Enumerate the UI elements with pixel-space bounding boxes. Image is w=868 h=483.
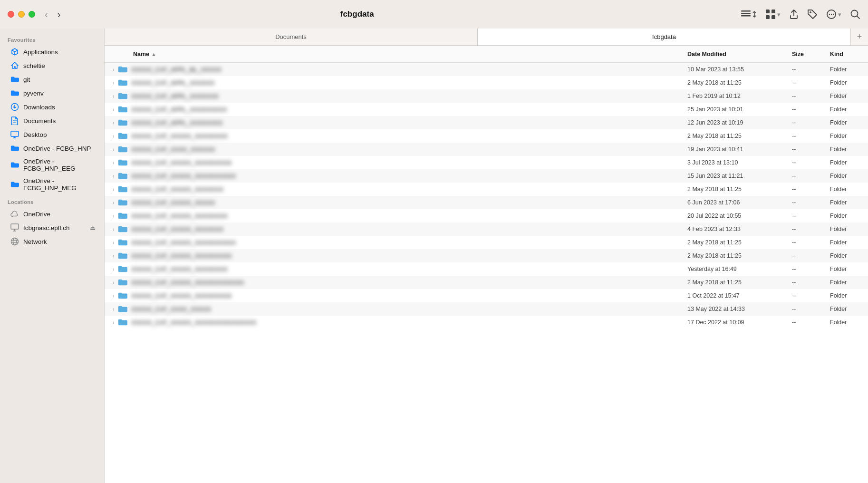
sidebar-item-downloads[interactable]: Downloads	[3, 100, 101, 114]
table-row[interactable]: › XXXXX_CAT_XXXXX_XXXXXXXXXX 2 May 2018 …	[105, 236, 868, 249]
expand-arrow[interactable]: ›	[109, 267, 118, 272]
sidebar-item-documents[interactable]: Documents	[3, 114, 101, 127]
col-size-header[interactable]: Size	[792, 51, 830, 58]
expand-arrow[interactable]: ›	[109, 80, 118, 86]
table-row[interactable]: › XXXXX_CAT_XXXXX_XXXXXXXX 20 Jul 2022 a…	[105, 209, 868, 222]
file-name: XXXXX_CAT_APPL_XXXXXXXXX	[131, 106, 687, 113]
svg-point-22	[11, 238, 19, 245]
sidebar-label-downloads: Downloads	[23, 104, 55, 111]
table-row[interactable]: › XXXXX_CAT_APPL_XXXXXX 2 May 2018 at 11…	[105, 76, 868, 89]
svg-rect-6	[772, 15, 775, 19]
expand-arrow[interactable]: ›	[109, 320, 118, 325]
file-name: XXXXX_CAT_XXXXX_XXXXXXXXX	[131, 252, 687, 260]
table-row[interactable]: › XXXXX_CAT_XXXXX_XXXXXXXX Yesterday at …	[105, 262, 868, 276]
column-tab-fcbgdata[interactable]: fcbgdata	[478, 29, 851, 45]
share-button[interactable]	[789, 9, 799, 19]
table-row[interactable]: › XXXXX_CAT_APPL_XXXXXXXXX 25 Jan 2023 a…	[105, 103, 868, 116]
file-name: XXXXX_CAT_XXXXX_XXXXXXXXXX	[131, 173, 687, 180]
list-view-button[interactable]	[741, 10, 757, 19]
table-row[interactable]: › XXXXX_CAT_XXXXX_XXXXXXX 2 May 2018 at …	[105, 183, 868, 196]
expand-arrow[interactable]: ›	[109, 120, 118, 126]
file-kind: Folder	[830, 279, 868, 286]
sidebar-item-fcbgnasc[interactable]: fcbgnasc.epfl.ch ⏏	[3, 221, 101, 234]
file-name: XXXXX_CAT_APPL_BL_XXXXX	[131, 66, 687, 73]
sidebar-item-onedrive-hnp-eeg[interactable]: OneDrive - FCBG_HNP_EEG	[3, 155, 101, 174]
expand-arrow[interactable]: ›	[109, 134, 118, 139]
expand-arrow[interactable]: ›	[109, 174, 118, 179]
eject-icon[interactable]: ⏏	[90, 224, 96, 232]
table-row[interactable]: › XXXXX_CAT_XXXX_XXXXX 13 May 2022 at 14…	[105, 302, 868, 316]
table-row[interactable]: › XXXXX_CAT_APPL_XXXXXXXX 12 Jun 2023 at…	[105, 116, 868, 129]
file-date: 6 Jun 2023 at 17:06	[687, 199, 792, 206]
folder-icon	[118, 225, 128, 233]
column-tab-documents[interactable]: Documents	[105, 29, 478, 45]
table-row[interactable]: › XXXXX_CAT_XXXXX_XXXXX 6 Jun 2023 at 17…	[105, 196, 868, 209]
expand-arrow[interactable]: ›	[109, 253, 118, 259]
expand-arrow[interactable]: ›	[109, 147, 118, 152]
file-name: XXXXX_CAT_XXXXX_XXXXXXXXXXXX	[131, 279, 687, 286]
table-row[interactable]: › XXXXX_CAT_APPL_BL_XXXXX 10 Mar 2023 at…	[105, 63, 868, 76]
table-row[interactable]: › XXXXX_CAT_XXXXX_XXXXXXXXXXXX 2 May 201…	[105, 276, 868, 289]
table-row[interactable]: › XXXXX_CAT_XXXXX_XXXXXXXX 2 May 2018 at…	[105, 129, 868, 143]
sidebar-item-applications[interactable]: Applications	[3, 45, 101, 58]
sidebar-item-desktop[interactable]: Desktop	[3, 128, 101, 141]
add-column-button[interactable]: +	[851, 29, 868, 45]
expand-arrow[interactable]: ›	[109, 160, 118, 165]
col-name-header[interactable]: Name ▲	[133, 51, 687, 58]
sidebar-item-onedrive-hnp[interactable]: OneDrive - FCBG_HNP	[3, 142, 101, 155]
sidebar-label-pyvenv: pyvenv	[23, 90, 44, 97]
svg-rect-5	[766, 15, 770, 19]
expand-arrow[interactable]: ›	[109, 240, 118, 245]
col-kind-header[interactable]: Kind	[830, 51, 868, 58]
grid-view-button[interactable]: ▾	[765, 9, 781, 19]
col-date-header[interactable]: Date Modified	[687, 51, 792, 58]
sidebar-item-onedrive-hnp-meg[interactable]: OneDrive - FCBG_HNP_MEG	[3, 175, 101, 194]
expand-arrow[interactable]: ›	[109, 293, 118, 299]
file-size: --	[792, 266, 830, 272]
expand-arrow[interactable]: ›	[109, 280, 118, 285]
favourites-label: Favourites	[0, 32, 104, 45]
file-date: 2 May 2018 at 11:25	[687, 79, 792, 86]
tag-button[interactable]	[807, 9, 818, 19]
table-row[interactable]: › XXXXX_CAT_APPL_XXXXXXX 1 Feb 2019 at 1…	[105, 89, 868, 103]
table-row[interactable]: › XXXXX_CAT_XXXX_XXXXXX 19 Jan 2023 at 1…	[105, 143, 868, 156]
table-row[interactable]: › XXXXX_CAT_XXXXX_XXXXXXXXX 3 Jul 2023 a…	[105, 156, 868, 169]
file-size: --	[792, 133, 830, 139]
table-row[interactable]: › XXXXX_CAT_XXXXX_XXXXXXXXX 1 Oct 2022 a…	[105, 289, 868, 302]
table-row[interactable]: › XXXXX_CAT_XXXXX_XXXXXXXXXX 15 Jun 2023…	[105, 169, 868, 183]
table-row[interactable]: › XXXXX_CAT_XXXXX_XXXXXXX 4 Feb 2023 at …	[105, 222, 868, 236]
file-date: 4 Feb 2023 at 12:33	[687, 226, 792, 232]
file-date: 25 Jan 2023 at 10:01	[687, 106, 792, 113]
expand-arrow[interactable]: ›	[109, 200, 118, 205]
documents-icon	[10, 116, 19, 125]
home-icon	[10, 61, 19, 70]
expand-arrow[interactable]: ›	[109, 67, 118, 72]
file-name: XXXXX_CAT_XXXXX_XXXXXXX	[131, 186, 687, 193]
sidebar-item-git[interactable]: git	[3, 73, 101, 86]
sidebar-label-onedrive-hnp: OneDrive - FCBG_HNP	[23, 145, 91, 152]
sidebar-item-onedrive[interactable]: OneDrive	[3, 207, 101, 221]
more-button[interactable]: ▾	[826, 9, 841, 19]
table-row[interactable]: › XXXXX_CAT_XXXXX_XXXXXXXXXXXXXXX 17 Dec…	[105, 316, 868, 329]
sidebar-item-pyvenv[interactable]: pyvenv	[3, 87, 101, 100]
expand-arrow[interactable]: ›	[109, 213, 118, 219]
file-date: 1 Oct 2022 at 15:47	[687, 292, 792, 299]
table-row[interactable]: › XXXXX_CAT_XXXXX_XXXXXXXXX 2 May 2018 a…	[105, 249, 868, 262]
content-area: Documents fcbgdata + Name ▲ Date Modifie…	[105, 29, 868, 483]
sidebar-item-network[interactable]: Network	[3, 235, 101, 248]
file-kind: Folder	[830, 146, 868, 153]
expand-arrow[interactable]: ›	[109, 107, 118, 112]
expand-arrow[interactable]: ›	[109, 187, 118, 192]
file-kind: Folder	[830, 133, 868, 139]
onedrive-hnp-meg-icon	[10, 180, 19, 189]
file-name: XXXXX_CAT_XXXXX_XXXXXXX	[131, 226, 687, 233]
sidebar-item-scheltie[interactable]: scheltie	[3, 59, 101, 72]
file-date: 3 Jul 2023 at 13:10	[687, 159, 792, 166]
expand-arrow[interactable]: ›	[109, 307, 118, 312]
file-size: --	[792, 119, 830, 126]
expand-arrow[interactable]: ›	[109, 227, 118, 232]
svg-rect-4	[772, 10, 775, 13]
search-button[interactable]	[850, 9, 860, 19]
folder-icon	[118, 238, 128, 247]
expand-arrow[interactable]: ›	[109, 94, 118, 99]
